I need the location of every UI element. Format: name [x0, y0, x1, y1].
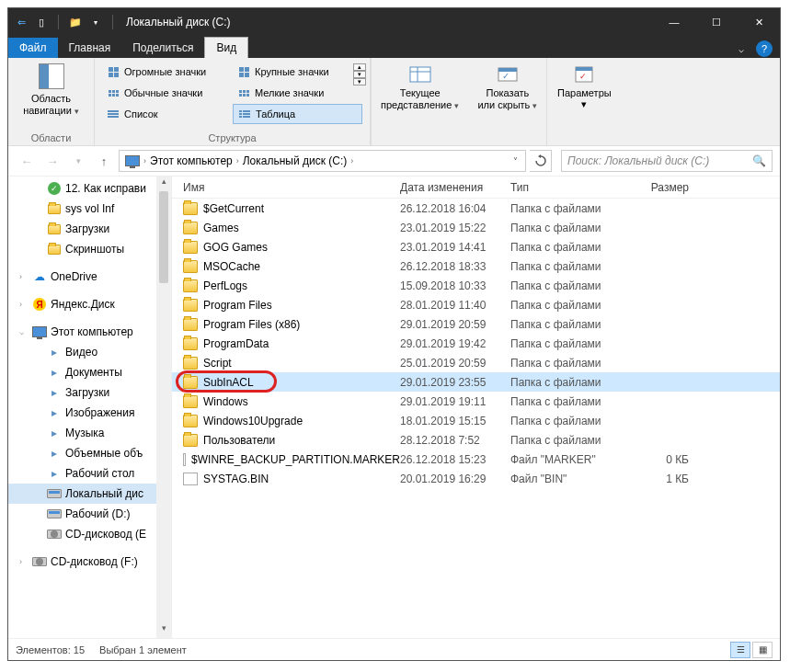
file-row[interactable]: Program Files (x86)29.01.2019 20:59Папка…	[172, 314, 780, 334]
chevron-right-icon[interactable]: ›	[349, 156, 355, 165]
breadcrumb[interactable]: › Этот компьютер › Локальный диск (C:) ›…	[119, 150, 526, 172]
search-input[interactable]: Поиск: Локальный диск (C:) 🔍	[561, 150, 773, 172]
layout-spin-up[interactable]: ▴	[353, 63, 366, 71]
file-row[interactable]: Пользователи28.12.2018 7:52Папка с файла…	[172, 430, 780, 450]
tree-item[interactable]: ✓12. Как исправи	[8, 178, 171, 199]
tree-item[interactable]: ›☁OneDrive	[8, 267, 171, 287]
nav-back-button[interactable]: ←	[16, 150, 38, 172]
tree-item[interactable]: Загрузки	[8, 219, 171, 239]
search-icon[interactable]: 🔍	[752, 154, 766, 167]
current-view-button[interactable]: Текущее представление ▾	[372, 58, 468, 145]
layout-spin-expand[interactable]: ▾	[353, 78, 366, 85]
layout-normal-icons[interactable]: Обычные значки	[102, 83, 232, 103]
nav-recent-button[interactable]: ▾	[67, 150, 89, 172]
tree-item[interactable]: Локальный дис	[8, 484, 171, 504]
tree-item-label: Документы	[65, 366, 122, 379]
nav-up-button[interactable]: ↑	[93, 150, 115, 172]
file-row[interactable]: $WINRE_BACKUP_PARTITION.MARKER26.12.2018…	[172, 450, 780, 469]
tree-item[interactable]: Скриншоты	[8, 239, 171, 259]
options-icon: ✓	[572, 63, 596, 85]
tree-item[interactable]: ▸Изображения	[8, 403, 171, 423]
breadcrumb-this-pc[interactable]: Этот компьютер	[148, 154, 235, 167]
layout-small-icons[interactable]: Мелкие значки	[233, 83, 362, 103]
folder-icon	[183, 434, 198, 447]
file-row[interactable]: Games23.01.2019 15:22Папка с файлами	[172, 218, 780, 237]
file-row[interactable]: GOG Games23.01.2019 14:41Папка с файлами	[172, 237, 780, 256]
file-type: Папка с файлами	[510, 222, 630, 234]
qat-folder-icon[interactable]: 📁	[68, 15, 83, 29]
qat-dropdown-icon[interactable]: ▾	[88, 15, 103, 29]
file-row[interactable]: SYSTAG.BIN20.01.2019 16:29Файл "BIN"1 КБ	[172, 469, 780, 488]
layout-list[interactable]: Список	[102, 104, 232, 124]
ribbon-collapse-icon[interactable]: ⌵	[732, 40, 750, 58]
breadcrumb-drive[interactable]: Локальный диск (C:)	[241, 154, 349, 167]
layout-spin-down[interactable]: ▾	[353, 71, 366, 78]
file-date: 26.12.2018 15:23	[400, 453, 510, 466]
tree-item-label: CD-дисковод (F:)	[51, 555, 138, 568]
tree-scrollbar[interactable]: ▴▾	[156, 177, 171, 638]
col-size[interactable]: Размер	[630, 181, 704, 194]
tree-item[interactable]: CD-дисковод (E	[8, 524, 171, 544]
ribbon-group-params[interactable]: ✓ Параметры▾	[547, 58, 621, 145]
col-type[interactable]: Тип	[510, 181, 630, 194]
window-title: Локальный диск (C:)	[126, 16, 231, 28]
column-headers[interactable]: Имя Дата изменения Тип Размер	[172, 177, 780, 199]
tree-item-label: 12. Как исправи	[65, 182, 146, 195]
close-button[interactable]: ✕	[738, 8, 780, 36]
breadcrumb-history-icon[interactable]: ˅	[509, 156, 521, 166]
tree-item[interactable]: ›CD-дисковод (F:)	[8, 552, 171, 572]
col-name[interactable]: Имя	[172, 181, 400, 194]
nav-tree[interactable]: ▴▾ ✓12. Как исправиsys vol InfЗагрузкиСк…	[8, 177, 172, 638]
show-hide-button[interactable]: ✓ Показать или скрыть ▾	[468, 58, 546, 145]
minimize-button[interactable]: —	[653, 8, 695, 36]
tree-item[interactable]: ›ЯЯндекс.Диск	[8, 294, 171, 314]
tree-item[interactable]: sys vol Inf	[8, 199, 171, 219]
navigation-pane-button[interactable]: Область навигации ▾	[23, 93, 79, 117]
tree-item[interactable]: ▸Документы	[8, 362, 171, 382]
help-icon[interactable]: ?	[756, 40, 773, 57]
file-row[interactable]: Script25.01.2019 20:59Папка с файлами	[172, 353, 780, 372]
tree-item[interactable]: ▸Видео	[8, 342, 171, 362]
file-name: Program Files (x86)	[203, 318, 300, 331]
view-details-button[interactable]: ☰	[730, 642, 750, 658]
chevron-right-icon[interactable]: ›	[235, 156, 241, 165]
file-date: 15.09.2018 10:33	[400, 279, 510, 292]
layout-table[interactable]: Таблица	[233, 104, 362, 124]
file-row[interactable]: Windows10Upgrade18.01.2019 15:15Папка с …	[172, 411, 780, 430]
tab-file[interactable]: Файл	[8, 38, 58, 58]
layout-huge-icons[interactable]: Огромные значки	[102, 62, 232, 82]
svg-rect-0	[410, 67, 430, 82]
tree-item[interactable]: ▸Музыка	[8, 423, 171, 443]
file-row[interactable]: PerfLogs15.09.2018 10:33Папка с файлами	[172, 276, 780, 295]
ribbon-tabs: Файл Главная Поделиться Вид ⌵ ?	[8, 36, 780, 58]
refresh-button[interactable]	[530, 150, 552, 172]
layout-large-icons[interactable]: Крупные значки	[233, 62, 362, 82]
file-row[interactable]: $GetCurrent26.12.2018 16:04Папка с файла…	[172, 199, 780, 218]
show-hide-icon: ✓	[495, 63, 521, 85]
file-date: 28.01.2019 11:40	[400, 299, 510, 312]
tree-item[interactable]: ▸Рабочий стол	[8, 463, 171, 484]
tree-item[interactable]: ⌵Этот компьютер	[8, 322, 171, 342]
tree-item[interactable]: ▸Объемные объ	[8, 443, 171, 463]
tab-share[interactable]: Поделиться	[121, 38, 204, 58]
file-row[interactable]: Program Files28.01.2019 11:40Папка с фай…	[172, 295, 780, 314]
tree-item[interactable]: ▸Загрузки	[8, 382, 171, 403]
file-list[interactable]: Имя Дата изменения Тип Размер $GetCurren…	[172, 177, 780, 638]
file-type: Файл "MARKER"	[510, 453, 630, 466]
file-row[interactable]: ProgramData29.01.2019 19:42Папка с файла…	[172, 334, 780, 353]
file-type: Папка с файлами	[510, 395, 630, 408]
maximize-button[interactable]: ☐	[695, 8, 738, 36]
nav-forward-button[interactable]: →	[41, 150, 63, 172]
qat-properties-icon[interactable]: ▯	[34, 15, 49, 29]
file-row[interactable]: Windows29.01.2019 19:11Папка с файлами	[172, 392, 780, 411]
tab-view[interactable]: Вид	[204, 37, 248, 58]
chevron-right-icon[interactable]: ›	[142, 156, 148, 165]
tree-item[interactable]: Рабочий (D:)	[8, 504, 171, 524]
qat-back-icon[interactable]: ⇐	[14, 15, 29, 29]
view-thumbs-button[interactable]: ▦	[752, 642, 773, 658]
tab-home[interactable]: Главная	[58, 38, 122, 58]
file-date: 29.01.2019 19:11	[400, 395, 510, 408]
file-row[interactable]: MSOCache26.12.2018 18:33Папка с файлами	[172, 256, 780, 276]
col-date[interactable]: Дата изменения	[400, 181, 510, 194]
file-row[interactable]: SubInACL29.01.2019 23:55Папка с файлами	[172, 372, 780, 392]
